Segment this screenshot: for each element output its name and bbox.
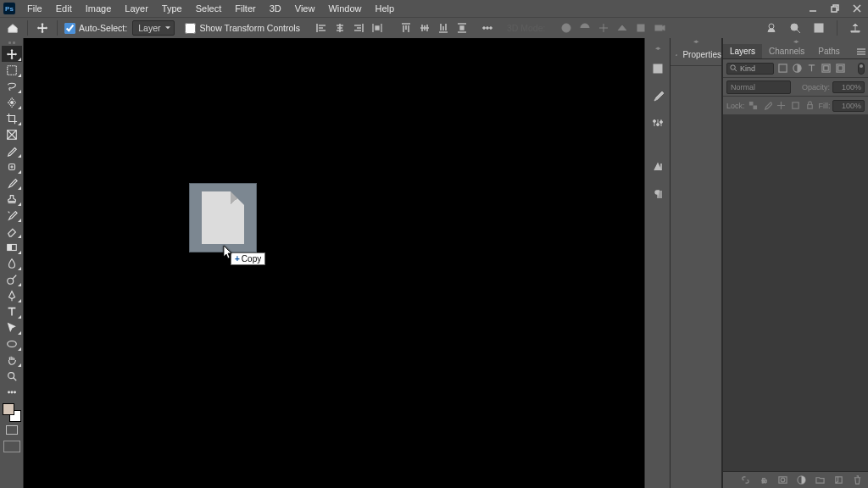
blur-tool[interactable] bbox=[2, 255, 22, 271]
tab-channels[interactable]: Channels bbox=[762, 44, 811, 58]
panel-grip[interactable] bbox=[8, 40, 16, 46]
path-select-tool[interactable] bbox=[2, 319, 22, 336]
workspace-switcher-icon[interactable] bbox=[811, 20, 826, 36]
edit-toolbar-icon[interactable] bbox=[2, 384, 22, 400]
frame-tool[interactable] bbox=[2, 126, 22, 142]
layer-mask-icon[interactable] bbox=[776, 474, 788, 486]
adjust-panel-icon[interactable] bbox=[648, 114, 667, 132]
menu-file[interactable]: File bbox=[20, 1, 49, 16]
align-vcenter-icon[interactable] bbox=[417, 20, 432, 36]
share-icon[interactable] bbox=[848, 20, 863, 36]
new-layer-icon[interactable] bbox=[832, 474, 844, 486]
show-transform-checkbox[interactable]: Show Transform Controls bbox=[185, 23, 299, 34]
quick-select-tool[interactable] bbox=[2, 94, 22, 110]
lock-all-icon[interactable] bbox=[804, 100, 816, 112]
properties-header[interactable]: Properties bbox=[670, 44, 721, 66]
menu-edit[interactable]: Edit bbox=[49, 1, 79, 16]
align-right-icon[interactable] bbox=[351, 20, 366, 36]
blend-mode-select[interactable]: Normal bbox=[726, 80, 791, 94]
stamp-tool[interactable] bbox=[2, 191, 22, 207]
search-icon[interactable] bbox=[787, 20, 803, 36]
quick-mask-toggle[interactable] bbox=[4, 425, 19, 437]
gradient-tool[interactable] bbox=[2, 239, 22, 255]
auto-select-target-select[interactable]: Layer bbox=[132, 20, 175, 36]
layer-filter-kind-select[interactable]: Kind bbox=[726, 63, 774, 75]
menu-help[interactable]: Help bbox=[369, 1, 402, 16]
filter-smart-icon[interactable] bbox=[834, 63, 846, 75]
lock-artboard-icon[interactable] bbox=[790, 100, 802, 112]
align-hcenter-icon[interactable] bbox=[332, 20, 348, 36]
delete-layer-icon[interactable] bbox=[851, 474, 863, 486]
align-bottom-icon[interactable] bbox=[436, 20, 451, 36]
brush-panel-icon[interactable] bbox=[648, 86, 667, 105]
foreground-color-swatch[interactable] bbox=[3, 403, 14, 415]
auto-select-checkbox[interactable]: Auto-Select: bbox=[64, 23, 127, 34]
distribute-h-icon[interactable] bbox=[370, 20, 385, 36]
move-tool-icon[interactable] bbox=[35, 20, 50, 36]
move-tool[interactable] bbox=[2, 46, 22, 62]
dodge-tool[interactable] bbox=[2, 271, 22, 287]
layer-style-icon[interactable]: fx bbox=[758, 474, 770, 486]
restore-button[interactable] bbox=[824, 0, 846, 17]
fill-input[interactable]: 100% bbox=[832, 100, 865, 112]
menu-select[interactable]: Select bbox=[189, 1, 229, 16]
panel-grip[interactable] bbox=[670, 38, 721, 44]
menu-3d[interactable]: 3D bbox=[263, 1, 288, 16]
menu-layer[interactable]: Layer bbox=[118, 1, 155, 16]
lock-pixels-icon[interactable] bbox=[761, 100, 773, 112]
menu-filter[interactable]: Filter bbox=[228, 1, 262, 16]
brush-tool[interactable] bbox=[2, 175, 22, 191]
filter-type-icon[interactable] bbox=[805, 63, 817, 75]
hand-tool[interactable] bbox=[2, 352, 22, 368]
eyedropper-tool[interactable] bbox=[2, 142, 22, 158]
character-panel-icon[interactable] bbox=[648, 158, 667, 176]
lock-position-icon[interactable] bbox=[776, 100, 787, 112]
link-layers-icon[interactable] bbox=[739, 474, 751, 486]
document-icon bbox=[202, 191, 244, 244]
tab-paths[interactable]: Paths bbox=[811, 44, 847, 58]
filter-adjust-icon[interactable] bbox=[791, 63, 803, 75]
history-brush-tool[interactable] bbox=[2, 207, 22, 223]
adjustment-layer-icon[interactable] bbox=[795, 474, 807, 486]
home-icon[interactable] bbox=[5, 20, 20, 36]
separator bbox=[57, 20, 58, 36]
crop-tool[interactable] bbox=[2, 110, 22, 126]
group-icon[interactable] bbox=[814, 474, 826, 486]
shape-tool[interactable] bbox=[2, 336, 22, 352]
healing-tool[interactable] bbox=[2, 158, 22, 175]
menu-window[interactable]: Window bbox=[321, 1, 368, 16]
layers-footer: fx bbox=[723, 471, 868, 488]
marquee-tool[interactable] bbox=[2, 62, 22, 78]
panel-grip[interactable] bbox=[723, 38, 868, 44]
opacity-input[interactable]: 100% bbox=[832, 81, 865, 93]
filter-pixel-icon[interactable] bbox=[776, 63, 788, 75]
align-top-icon[interactable] bbox=[398, 20, 414, 36]
canvas-area[interactable]: + Copy bbox=[24, 38, 644, 488]
menu-type[interactable]: Type bbox=[155, 1, 189, 16]
minimize-button[interactable] bbox=[802, 0, 824, 17]
close-button[interactable] bbox=[846, 0, 868, 17]
align-left-icon[interactable] bbox=[314, 20, 329, 36]
screen-mode-toggle[interactable] bbox=[3, 441, 20, 452]
layers-list[interactable] bbox=[723, 115, 868, 471]
pen-tool[interactable] bbox=[2, 287, 22, 303]
color-swatches[interactable] bbox=[3, 403, 21, 422]
tab-layers[interactable]: Layers bbox=[723, 44, 762, 58]
eraser-tool[interactable] bbox=[2, 223, 22, 239]
menu-image[interactable]: Image bbox=[79, 1, 119, 16]
filter-toggle[interactable] bbox=[858, 63, 865, 75]
layer-filter-kind-label: Kind bbox=[740, 64, 755, 73]
menu-view[interactable]: View bbox=[288, 1, 322, 16]
cloud-docs-icon[interactable] bbox=[764, 20, 779, 36]
zoom-tool[interactable] bbox=[2, 368, 22, 384]
lasso-tool[interactable] bbox=[2, 78, 22, 94]
distribute-v-icon[interactable] bbox=[454, 20, 470, 36]
more-options-icon[interactable] bbox=[480, 20, 495, 36]
paragraph-panel-icon[interactable] bbox=[648, 185, 667, 203]
panel-grip[interactable] bbox=[645, 45, 670, 51]
panel-menu-icon[interactable] bbox=[854, 44, 868, 58]
history-panel-icon[interactable] bbox=[648, 59, 667, 78]
type-tool[interactable] bbox=[2, 303, 22, 319]
filter-shape-icon[interactable] bbox=[820, 63, 832, 75]
lock-transparency-icon[interactable] bbox=[748, 100, 760, 112]
